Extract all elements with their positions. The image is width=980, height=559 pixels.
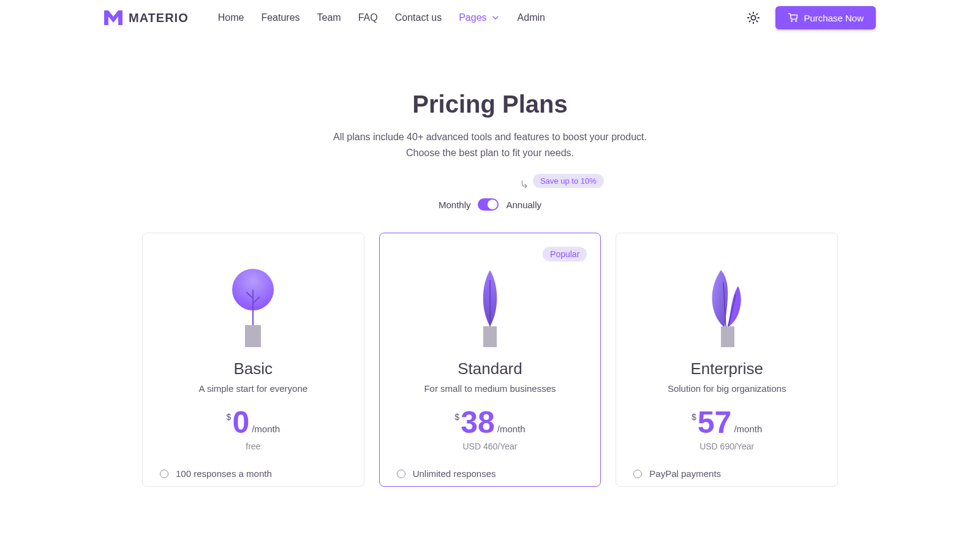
plan-basic-price-amount: 0 [232, 407, 249, 438]
currency-symbol: $ [227, 412, 232, 422]
page-subtitle: All plans include 40+ advanced tools and… [196, 129, 784, 160]
svg-line-8 [757, 13, 758, 14]
nav-link-admin[interactable]: Admin [518, 12, 545, 23]
nav-link-home[interactable]: Home [218, 12, 244, 23]
plan-standard-subtitle: For small to medium businesses [397, 383, 584, 394]
arrow-down-left-icon [519, 179, 530, 190]
list-item: 100 responses a month [160, 466, 347, 481]
svg-rect-13 [245, 325, 261, 347]
page-header: Pricing Plans All plans include 40+ adva… [196, 91, 784, 160]
feature-label: 100 responses a month [176, 468, 272, 479]
plan-standard-year-label: USD 460/Year [397, 441, 584, 452]
plan-standard-features: Unlimited responses [397, 466, 584, 481]
list-item: PayPal payments [633, 466, 820, 481]
plan-standard-price: $ 38 /month [397, 407, 584, 438]
bullet-icon [160, 470, 168, 478]
plan-standard-name: Standard [397, 359, 584, 378]
switch-knob [488, 200, 497, 209]
plant-basic-icon [225, 268, 281, 347]
billing-toggle-monthly-label: Monthly [439, 200, 471, 210]
page-subtitle-line1: All plans include 40+ advanced tools and… [333, 132, 647, 142]
plan-basic-year-label: free [160, 441, 347, 452]
plan-basic-subtitle: A simple start for everyone [160, 383, 347, 394]
svg-point-0 [752, 15, 756, 20]
billing-toggle-annually-label: Annually [506, 200, 541, 210]
svg-rect-15 [483, 326, 497, 347]
plan-enterprise-illustration [633, 261, 820, 347]
nav-link-features[interactable]: Features [261, 12, 300, 23]
billing-toggle-row: Monthly Annually [0, 198, 980, 211]
svg-line-6 [757, 21, 758, 21]
plan-enterprise-price: $ 57 /month [633, 407, 820, 438]
nav-links: Home Features Team FAQ Contact us Pages … [218, 12, 545, 23]
billing-toggle-switch[interactable] [478, 198, 499, 211]
logo-text: MATERIO [129, 11, 189, 25]
nav-link-pages[interactable]: Pages [459, 12, 500, 23]
plan-standard-price-amount: 38 [461, 407, 495, 438]
plan-card-basic: Basic A simple start for everyone $ 0 /m… [142, 233, 364, 487]
sun-icon [747, 11, 760, 24]
svg-rect-18 [721, 326, 734, 347]
chevron-down-icon [491, 13, 500, 23]
logo[interactable]: MATERIO [104, 10, 189, 25]
nav-link-pages-label: Pages [459, 12, 486, 23]
feature-label: PayPal payments [649, 468, 721, 479]
currency-symbol: $ [454, 412, 459, 422]
plan-basic-illustration [160, 261, 347, 347]
cart-icon [788, 12, 799, 23]
nav-link-contact[interactable]: Contact us [395, 12, 442, 23]
price-period: /month [734, 424, 762, 434]
theme-toggle-button[interactable] [746, 10, 761, 25]
currency-symbol: $ [692, 412, 696, 422]
page-title: Pricing Plans [196, 91, 784, 118]
bullet-icon [633, 470, 642, 478]
plan-card-enterprise: Enterprise Solution for big organization… [616, 233, 838, 487]
plan-enterprise-features: PayPal payments [633, 466, 820, 481]
purchase-button-label: Purchase Now [804, 13, 864, 23]
page-subtitle-line2: Choose the best plan to fit your needs. [406, 148, 574, 158]
price-period: /month [497, 424, 526, 434]
popular-badge: Popular [543, 247, 587, 261]
plan-basic-name: Basic [160, 359, 347, 378]
plant-enterprise-icon [696, 268, 758, 347]
bullet-icon [397, 470, 405, 478]
plan-enterprise-subtitle: Solution for big organizations [633, 383, 820, 394]
plan-enterprise-name: Enterprise [633, 359, 820, 378]
svg-line-7 [750, 21, 750, 21]
logo-icon [104, 10, 123, 25]
feature-label: Unlimited responses [413, 468, 496, 479]
nav-link-team[interactable]: Team [317, 12, 341, 23]
plant-standard-icon [462, 268, 518, 347]
save-badge: Save up to 10% [533, 174, 604, 188]
plan-standard-illustration [397, 261, 584, 347]
nav-link-faq[interactable]: FAQ [358, 12, 378, 23]
pricing-plans-grid: Basic A simple start for everyone $ 0 /m… [127, 233, 853, 487]
plan-basic-features: 100 responses a month [160, 466, 347, 481]
svg-line-5 [750, 13, 750, 14]
save-row: Save up to 10% [196, 174, 784, 189]
top-nav: MATERIO Home Features Team FAQ Contact u… [0, 0, 980, 36]
nav-right: Purchase Now [746, 6, 876, 29]
list-item: Unlimited responses [397, 466, 584, 481]
plan-card-standard: Popular Standard For small to medium bus… [379, 233, 601, 487]
purchase-button[interactable]: Purchase Now [775, 6, 876, 29]
price-period: /month [252, 424, 280, 434]
plan-enterprise-price-amount: 57 [698, 407, 732, 438]
plan-enterprise-year-label: USD 690/Year [633, 441, 820, 452]
plan-basic-price: $ 0 /month [160, 407, 347, 438]
